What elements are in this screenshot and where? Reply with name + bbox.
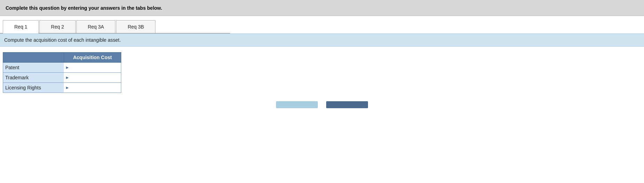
input-cell-trademark[interactable]: ► (64, 73, 121, 83)
table-row: Patent ► (3, 63, 121, 73)
table-area: Acquisition Cost Patent ► Trademark ► (0, 52, 644, 93)
table-header-label (3, 53, 64, 63)
arrow-marker-patent: ► (64, 63, 70, 72)
secondary-button[interactable] (276, 101, 318, 108)
primary-button[interactable] (326, 101, 368, 108)
licensing-rights-input[interactable] (70, 83, 121, 93)
instruction-bar: Complete this question by entering your … (0, 0, 644, 16)
row-label-patent: Patent (3, 63, 64, 73)
trademark-input[interactable] (70, 73, 121, 82)
arrow-marker-licensing-rights: ► (64, 83, 70, 92)
input-cell-patent[interactable]: ► (64, 63, 121, 73)
question-description: Compute the acquisition cost of each int… (0, 33, 644, 47)
instruction-text: Complete this question by entering your … (6, 5, 162, 11)
arrow-marker-trademark: ► (64, 73, 70, 82)
tab-req3a[interactable]: Req 3A (76, 20, 116, 33)
row-label-licensing-rights: Licensing Rights (3, 83, 64, 93)
tab-req1[interactable]: Req 1 (3, 20, 39, 33)
table-row: Trademark ► (3, 73, 121, 83)
bottom-buttons (0, 101, 644, 114)
input-cell-licensing-rights[interactable]: ► (64, 83, 121, 93)
row-label-trademark: Trademark (3, 73, 64, 83)
tab-req2[interactable]: Req 2 (39, 20, 75, 33)
tab-req3b[interactable]: Req 3B (116, 20, 155, 33)
table-header-acquisition-cost: Acquisition Cost (64, 53, 121, 63)
acquisition-cost-table: Acquisition Cost Patent ► Trademark ► (3, 52, 121, 93)
patent-input[interactable] (70, 63, 121, 72)
tabs-container: Req 1 Req 2 Req 3A Req 3B (0, 20, 230, 33)
table-row: Licensing Rights ► (3, 83, 121, 93)
